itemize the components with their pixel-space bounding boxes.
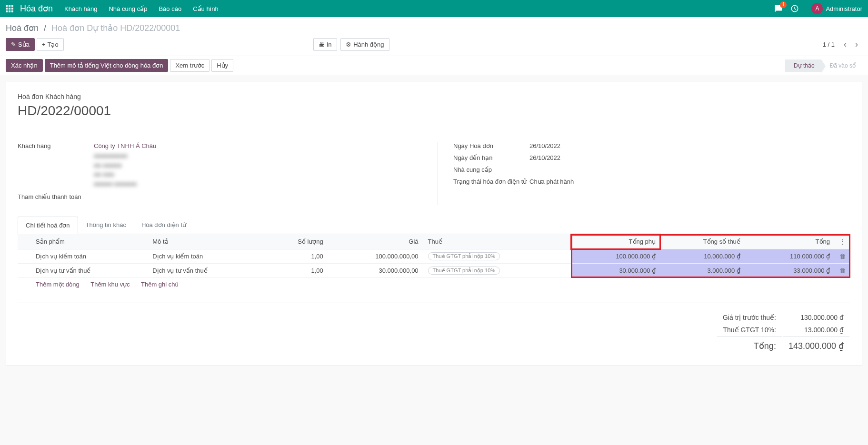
add-note-link[interactable]: Thêm ghi chú: [141, 281, 179, 288]
table-row[interactable]: Dịch vụ kiểm toánDịch vụ kiểm toán1,0010…: [18, 249, 850, 264]
label-due-date: Ngày đến hạn: [453, 154, 529, 161]
breadcrumb-root[interactable]: Hoá đơn: [6, 23, 39, 33]
add-description-button[interactable]: Thêm mô tả tiếng Việt cho dòng hóa đơn: [45, 59, 169, 72]
breadcrumb-current: Hoá đơn Dự thảo HD/2022/00001: [51, 23, 180, 33]
column-options-icon[interactable]: ⋮: [835, 234, 850, 249]
app-brand[interactable]: Hóa đơn: [20, 3, 53, 14]
svg-rect-6: [6, 10, 8, 12]
create-button[interactable]: + Tạo: [37, 38, 64, 51]
untaxed-value: 130.000.000 ₫: [783, 312, 849, 323]
value-payment-ref: [94, 193, 415, 200]
gear-icon: ⚙: [346, 41, 351, 48]
cell-total: 110.000.000 ₫: [745, 249, 835, 264]
tab-invoice-lines[interactable]: Chi tiết hoá đơn: [18, 217, 78, 234]
tab-einvoice[interactable]: Hóa đơn điện tử: [134, 217, 194, 234]
col-product: Sản phẩm: [31, 234, 148, 249]
cell-qty: 1,00: [265, 249, 328, 264]
form-sheet: Hoá đơn Khách hàng HD/2022/00001 Khách h…: [6, 81, 862, 366]
messages-icon[interactable]: 1: [774, 4, 783, 13]
plus-icon: +: [42, 41, 46, 48]
delete-row-icon[interactable]: 🗑: [835, 264, 850, 278]
add-section-link[interactable]: Thêm khu vực: [90, 281, 130, 288]
value-due-date: 26/10/2022: [529, 154, 850, 161]
totals-summary: Giá trị trước thuế: 130.000.000 ₫ Thuế G…: [716, 311, 850, 354]
actions-button[interactable]: ⚙ Hành động: [340, 38, 389, 51]
messages-badge: 1: [780, 1, 787, 8]
print-button[interactable]: 🖶 In: [313, 38, 337, 51]
cell-tax-total: 3.000.000 ₫: [660, 264, 745, 278]
label-invoice-date: Ngày Hoá đơn: [453, 142, 529, 149]
svg-rect-8: [11, 10, 13, 12]
col-price: Giá: [328, 234, 423, 249]
cell-price: 30.000.000,00: [328, 264, 423, 278]
label-vendor: Nhà cung cấp: [453, 166, 529, 173]
total-value: 143.000.000 ₫: [783, 336, 849, 353]
breadcrumb: Hoá đơn / Hoá đơn Dự thảo HD/2022/00001: [6, 17, 862, 36]
col-description: Mô tả: [148, 234, 264, 249]
cell-total: 33.000.000 ₫: [745, 264, 835, 278]
username: Administrator: [826, 5, 862, 12]
nav-customers[interactable]: Khách hàng: [64, 5, 97, 12]
activities-icon[interactable]: [790, 4, 799, 13]
cell-description: Dịch vụ tư vấn thuế: [148, 264, 264, 278]
value-vendor: [529, 166, 850, 173]
cell-tax: Thuế GTGT phải nộp 10%: [423, 264, 571, 278]
customer-link[interactable]: Công ty TNHH Á Châu: [94, 142, 156, 149]
pager-next[interactable]: ›: [851, 39, 862, 50]
tax-label: Thuế GTGT 10%:: [717, 324, 782, 336]
edit-button[interactable]: ✎ Sửa: [6, 38, 35, 51]
col-tax-total: Tổng số thuế: [660, 234, 745, 249]
pager: 1 / 1 ‹ ›: [823, 39, 862, 50]
cell-subtotal: 30.000.000 ₫: [571, 264, 660, 278]
svg-rect-7: [9, 10, 10, 12]
nav-configuration[interactable]: Cấu hình: [193, 5, 219, 12]
apps-icon[interactable]: [6, 5, 13, 12]
label-payment-ref: Tham chiếu thanh toán: [18, 193, 94, 200]
customer-address: ■■■■■■■■■■■ ■■■■■■■ ■■■■■■■■ ■■■■■■: [94, 151, 415, 188]
svg-rect-5: [11, 8, 13, 10]
cell-subtotal: 100.000.000 ₫: [571, 249, 660, 264]
cell-qty: 1,00: [265, 264, 328, 278]
confirm-button[interactable]: Xác nhận: [6, 59, 43, 72]
pager-prev[interactable]: ‹: [839, 39, 851, 50]
status-posted[interactable]: Đã vào sổ: [821, 59, 862, 72]
cell-price: 100.000.000,00: [328, 249, 423, 264]
total-label: Tổng:: [717, 336, 782, 353]
svg-rect-3: [6, 8, 8, 10]
print-icon: 🖶: [319, 41, 325, 48]
user-menu[interactable]: A Administrator: [807, 3, 862, 14]
value-invoice-date: 26/10/2022: [529, 142, 850, 149]
nav-reports[interactable]: Báo cáo: [159, 5, 181, 12]
tab-other-info[interactable]: Thông tin khác: [78, 217, 134, 234]
cell-tax: Thuế GTGT phải nộp 10%: [423, 249, 571, 264]
col-total: Tổng: [745, 234, 835, 249]
status-bar: Xác nhận Thêm mô tả tiếng Việt cho dòng …: [0, 56, 868, 75]
cell-description: Dịch vụ kiểm toán: [148, 249, 264, 264]
label-customer: Khách hàng: [18, 142, 94, 188]
control-panel: Hoá đơn / Hoá đơn Dự thảo HD/2022/00001 …: [0, 17, 868, 56]
form-subtitle: Hoá đơn Khách hàng: [18, 93, 850, 100]
svg-rect-1: [9, 5, 10, 7]
tabs: Chi tiết hoá đơn Thông tin khác Hóa đơn …: [18, 217, 850, 234]
status-draft[interactable]: Dự thảo: [785, 59, 821, 72]
cell-tax-total: 10.000.000 ₫: [660, 249, 745, 264]
top-navbar: Hóa đơn Khách hàng Nhà cung cấp Báo cáo …: [0, 0, 868, 17]
preview-button[interactable]: Xem trước: [170, 59, 210, 72]
add-line-link[interactable]: Thêm một dòng: [36, 281, 80, 288]
untaxed-label: Giá trị trước thuế:: [717, 312, 782, 323]
col-tax: Thuế: [423, 234, 571, 249]
invoice-lines-table: Sản phẩm Mô tả Số lượng Giá Thuế Tổng ph…: [18, 234, 850, 291]
svg-rect-0: [6, 5, 8, 7]
cancel-button[interactable]: Hủy: [211, 59, 233, 72]
delete-row-icon[interactable]: 🗑: [835, 249, 850, 264]
table-row[interactable]: Dịch vụ tư vấn thuếDịch vụ tư vấn thuế1,…: [18, 264, 850, 278]
cell-product: Dịch vụ tư vấn thuế: [31, 264, 148, 278]
label-einvoice-status: Trạng thái hóa đơn điện tử: [453, 178, 529, 185]
svg-rect-4: [9, 8, 10, 10]
value-einvoice-status: Chưa phát hành: [529, 178, 850, 185]
col-qty: Số lượng: [265, 234, 328, 249]
nav-vendors[interactable]: Nhà cung cấp: [109, 5, 147, 12]
col-subtotal: Tổng phụ: [571, 234, 660, 249]
avatar: A: [811, 3, 823, 14]
form-title: HD/2022/00001: [18, 103, 850, 119]
